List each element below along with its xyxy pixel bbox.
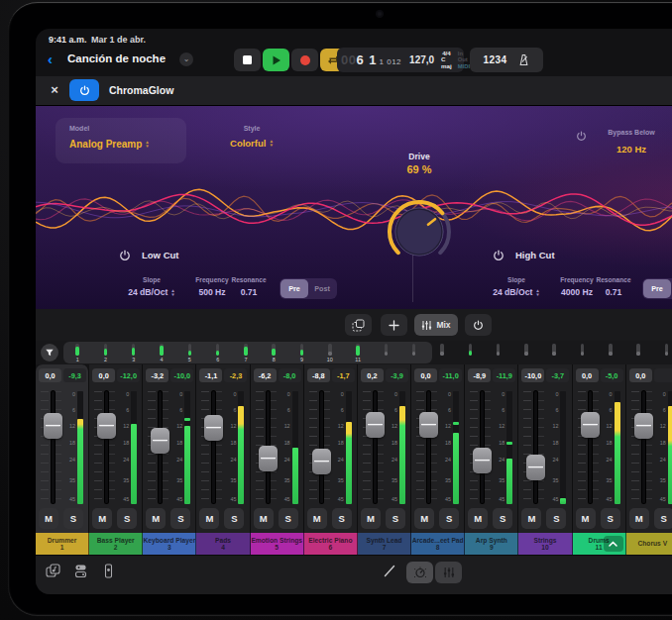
volume-value[interactable]: 0,0 [92, 368, 115, 382]
solo-button[interactable]: S [654, 508, 672, 529]
low-cut-power-icon[interactable] [119, 248, 131, 265]
fader-handle[interactable] [44, 413, 62, 439]
fader-handle[interactable] [473, 448, 492, 473]
solo-button[interactable]: S [493, 508, 512, 529]
peak-value[interactable]: -12,0 [117, 368, 140, 382]
overview-channel-meter[interactable] [512, 342, 540, 363]
expand-chevron-button[interactable] [604, 536, 623, 552]
fader-handle[interactable] [151, 428, 169, 454]
fader-handle[interactable] [97, 413, 116, 439]
peak-value[interactable]: -11,9 [493, 368, 515, 382]
low-cut-resonance[interactable]: Resonance 0.71 [226, 276, 272, 297]
plugin-tiles-button[interactable] [73, 564, 88, 578]
overview-channel-meter[interactable]: 2 [91, 342, 119, 363]
overview-channel-meter[interactable] [484, 342, 511, 363]
volume-value[interactable]: -1,1 [199, 368, 222, 382]
song-title[interactable]: Canción de noche [67, 52, 166, 64]
overview-channel-meter[interactable] [568, 342, 596, 363]
back-chevron-icon[interactable]: ‹ [48, 50, 53, 69]
metronome-icon[interactable] [517, 53, 530, 66]
high-cut-pre-button[interactable]: Pre [643, 279, 671, 298]
overview-channel-meter[interactable] [400, 342, 428, 363]
volume-value[interactable]: 0,0 [414, 368, 437, 382]
solo-button[interactable]: S [117, 508, 137, 529]
solo-button[interactable]: S [224, 508, 244, 529]
peak-value[interactable]: -8,0 [279, 368, 301, 382]
track-label[interactable]: Keyboard Player3 [143, 533, 196, 555]
plugin-power-button[interactable] [69, 79, 99, 101]
peak-value[interactable]: -5,0 [601, 368, 623, 382]
volume-value[interactable]: 0,0 [39, 368, 61, 382]
mute-button[interactable]: M [92, 508, 112, 529]
mute-button[interactable]: M [254, 508, 274, 529]
fader-handle[interactable] [204, 415, 223, 441]
track-label[interactable]: Bass Player2 [89, 533, 143, 555]
overview-channel-meter[interactable]: 8 [260, 342, 287, 363]
mute-button[interactable]: M [199, 508, 219, 529]
volume-value[interactable]: -6,2 [254, 368, 277, 382]
loop-browser-button[interactable] [46, 564, 60, 578]
lcd-display[interactable]: 00 6 1 1 012 127,0 4/4 C maj In Out MIDI [337, 48, 464, 72]
overview-channel-meter[interactable]: 1 [63, 342, 91, 363]
track-label[interactable]: Synth Lead7 [358, 533, 411, 555]
filter-button[interactable] [41, 344, 58, 362]
close-icon[interactable]: × [46, 81, 63, 99]
count-in-button[interactable]: 1234 [483, 54, 506, 65]
peak-value[interactable]: -3,9 [386, 368, 408, 382]
layers-button[interactable] [345, 314, 372, 336]
fader-handle[interactable] [634, 413, 653, 439]
track-label[interactable]: Chorus V [626, 533, 672, 555]
solo-button[interactable]: S [386, 508, 405, 529]
drive-knob[interactable] [380, 192, 459, 271]
high-cut-power-icon[interactable] [493, 248, 504, 265]
track-label[interactable]: Arp Synth9 [465, 533, 518, 555]
overview-channel-meter[interactable] [540, 342, 568, 363]
pencil-tool-button[interactable] [383, 564, 397, 578]
peak-value[interactable] [654, 368, 672, 382]
fader-handle[interactable] [526, 455, 545, 480]
volume-value[interactable]: 0,0 [629, 368, 652, 382]
bypass-power-icon[interactable] [576, 128, 587, 146]
volume-value[interactable]: 0,0 [576, 368, 599, 382]
low-cut-post-button[interactable]: Post [308, 279, 336, 298]
track-label[interactable]: Arcade...eet Pad8 [411, 533, 465, 555]
volume-value[interactable]: -3,2 [146, 368, 168, 382]
mute-button[interactable]: M [521, 508, 541, 529]
peak-value[interactable]: -3,7 [546, 368, 569, 382]
play-button[interactable] [263, 49, 289, 71]
mute-button[interactable]: M [629, 508, 649, 529]
track-label[interactable]: Pads4 [196, 533, 250, 555]
high-cut-resonance[interactable]: Resonance 0.71 [591, 276, 636, 297]
mute-button[interactable]: M [39, 508, 58, 529]
solo-button[interactable]: S [279, 508, 298, 529]
track-label[interactable]: Electric Piano6 [304, 533, 358, 555]
track-label[interactable]: Emotion Strings5 [251, 533, 304, 555]
mute-button[interactable]: M [361, 508, 381, 529]
solo-button[interactable]: S [439, 508, 459, 529]
track-label[interactable]: Drums11 [573, 533, 626, 555]
mute-button[interactable]: M [307, 508, 327, 529]
fader-handle[interactable] [419, 412, 438, 438]
sliders-view-button[interactable] [435, 562, 462, 583]
bypass-below-control[interactable]: Bypass Below 120 Hz [597, 121, 666, 155]
fader-handle[interactable] [581, 412, 600, 438]
fader-strip-button[interactable] [101, 564, 116, 578]
model-selector[interactable]: Model Analog Preamp▲▼ [56, 118, 186, 163]
overview-channel-meter[interactable]: 9 [287, 342, 315, 363]
overview-channel-meter[interactable] [428, 342, 456, 363]
volume-value[interactable]: -8,9 [468, 368, 491, 382]
mute-button[interactable]: M [468, 508, 488, 529]
add-track-button[interactable] [381, 314, 407, 336]
style-selector[interactable]: Style Colorful▲▼ [202, 118, 301, 163]
overview-channel-meter[interactable]: 5 [175, 342, 203, 363]
overview-channel-meter[interactable] [456, 342, 484, 363]
peak-value[interactable]: -2,3 [224, 368, 247, 382]
overview-channel-meter[interactable]: 4 [148, 342, 175, 363]
overview-channel-meter[interactable]: 3 [120, 342, 148, 363]
mix-view-button[interactable]: Mix [414, 314, 458, 336]
solo-button[interactable]: S [63, 508, 83, 529]
mute-button[interactable]: M [146, 508, 166, 529]
chevron-down-icon[interactable]: ⌄ [179, 52, 193, 66]
low-cut-slope[interactable]: Slope 24 dB/Oct▲▼ [123, 276, 180, 297]
record-button[interactable] [291, 49, 318, 71]
